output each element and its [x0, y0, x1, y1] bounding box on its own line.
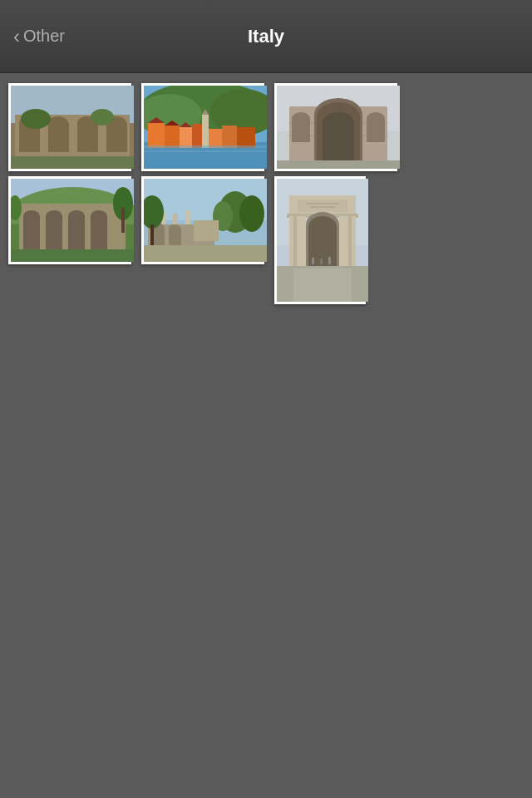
navigation-bar: ‹ Other Italy: [0, 0, 532, 73]
svg-point-94: [308, 216, 337, 238]
back-button[interactable]: ‹ Other: [7, 18, 71, 55]
svg-rect-30: [202, 115, 209, 148]
svg-point-50: [367, 112, 385, 126]
svg-point-12: [21, 109, 51, 129]
svg-rect-26: [237, 127, 255, 148]
svg-point-42: [323, 112, 354, 134]
svg-rect-97: [328, 257, 331, 264]
svg-rect-96: [320, 259, 323, 264]
svg-point-57: [23, 210, 40, 222]
svg-rect-51: [277, 160, 400, 169]
svg-point-71: [239, 195, 264, 232]
svg-rect-104: [310, 206, 335, 208]
svg-point-80: [169, 224, 180, 233]
svg-rect-21: [165, 126, 180, 148]
svg-rect-14: [11, 156, 134, 169]
svg-point-59: [46, 210, 62, 222]
back-chevron-icon: ‹: [13, 25, 20, 48]
svg-rect-24: [209, 129, 222, 148]
svg-rect-82: [150, 224, 154, 245]
svg-rect-103: [306, 203, 339, 204]
svg-rect-83: [144, 245, 267, 262]
photo-item[interactable]: [141, 83, 264, 166]
photo-item[interactable]: [8, 83, 131, 166]
svg-point-13: [91, 109, 114, 126]
svg-rect-89: [289, 216, 306, 266]
svg-rect-101: [348, 216, 352, 266]
svg-rect-67: [11, 249, 134, 262]
svg-rect-33: [144, 150, 267, 152]
photo-grid: [0, 73, 532, 309]
svg-rect-90: [339, 216, 356, 266]
svg-rect-95: [312, 258, 314, 264]
svg-rect-100: [293, 216, 297, 266]
photo-item[interactable]: [274, 83, 397, 166]
svg-rect-84: [194, 220, 219, 241]
svg-rect-32: [144, 145, 267, 148]
svg-point-61: [68, 210, 85, 222]
svg-rect-22: [180, 127, 192, 148]
svg-point-7: [48, 116, 68, 130]
svg-rect-99: [293, 268, 352, 302]
svg-rect-102: [298, 200, 347, 212]
svg-point-63: [91, 210, 107, 222]
svg-rect-65: [121, 208, 125, 233]
svg-point-48: [292, 112, 310, 126]
page-title: Italy: [248, 26, 284, 47]
svg-rect-25: [222, 126, 237, 148]
photo-item[interactable]: [141, 176, 264, 259]
svg-rect-20: [148, 123, 165, 148]
back-label: Other: [23, 27, 65, 46]
photo-item[interactable]: [274, 176, 366, 299]
photo-item[interactable]: [8, 176, 131, 259]
